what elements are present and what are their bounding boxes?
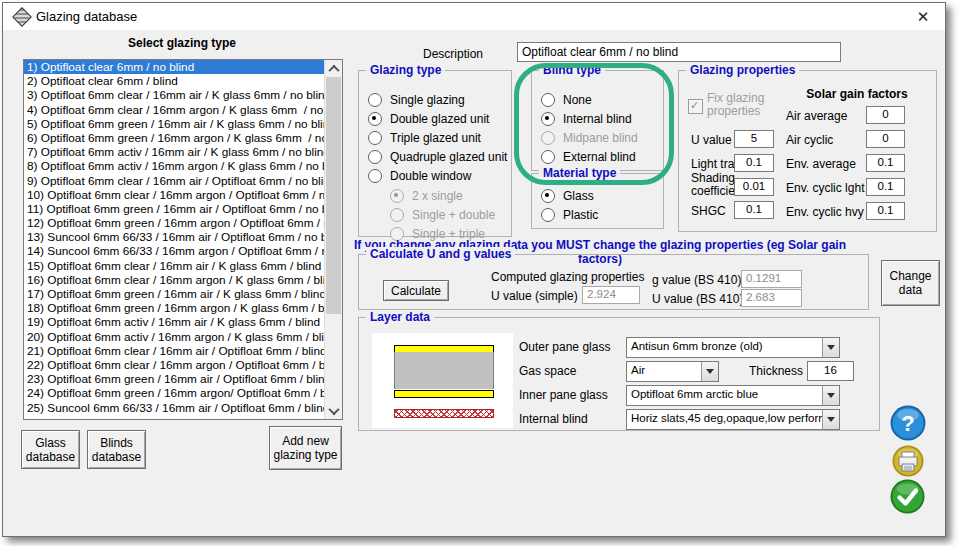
radio-button-icon (368, 112, 382, 126)
radio-midpane-blind: Midpane blind (541, 128, 638, 147)
title-bar[interactable]: Glazing database ✕ (3, 3, 945, 30)
scroll-thumb[interactable] (326, 77, 341, 314)
gas-space-value: Air (627, 362, 701, 381)
radio-label: Midpane blind (563, 131, 638, 145)
list-item[interactable]: 5) Optifloat 6mm green / 16mm air / K gl… (24, 117, 325, 131)
list-item[interactable]: 18) Optifloat 6mm green / 16mm argon / K… (24, 301, 325, 315)
list-item[interactable]: 9) Optifloat 6mm clear / 16mm air / Opti… (24, 174, 325, 188)
inner-pane-glass-dropdown[interactable]: Optifloat 6mm arctic blue (626, 385, 840, 406)
radio-label: Single + double (412, 208, 495, 222)
help-icon[interactable]: ? (889, 404, 927, 442)
dropdown-arrow-button[interactable] (822, 386, 839, 405)
air-average-field[interactable]: 0 (866, 106, 905, 124)
dropdown-arrow-button[interactable] (822, 338, 839, 357)
light-trans-field[interactable]: 0.1 (734, 154, 774, 172)
material-type-options: GlassPlastic (541, 186, 598, 224)
radio-none[interactable]: None (541, 90, 638, 109)
radio-plastic[interactable]: Plastic (541, 205, 598, 224)
radio-2-x-single: 2 x single (390, 186, 495, 205)
radio-triple-glazed-unit[interactable]: Triple glazed unit (368, 128, 507, 147)
thickness-label: Thickness (749, 364, 803, 378)
scroll-up-button[interactable] (325, 60, 342, 77)
radio-label: Single glazing (390, 93, 465, 107)
list-item[interactable]: 21) Optifloat 6mm clear / 16mm air / Opt… (24, 344, 325, 358)
env-cyclic-hvy-field[interactable]: 0.1 (866, 202, 905, 220)
dropdown-arrow-button[interactable] (701, 362, 718, 381)
u-value-field[interactable]: 5 (734, 130, 774, 148)
chevron-up-icon (328, 64, 339, 75)
list-item[interactable]: 11) Optifloat 6mm green / 16mm air / Opt… (24, 202, 325, 216)
calculate-button[interactable]: Calculate (383, 280, 449, 301)
radio-button-icon (541, 208, 555, 222)
list-item[interactable]: 17) Optifloat 6mm green / 16mm air / K g… (24, 287, 325, 301)
radio-button-icon (390, 208, 404, 222)
radio-glass[interactable]: Glass (541, 186, 598, 205)
env-average-label: Env. average (786, 157, 856, 171)
add-new-glazing-type-button[interactable]: Add new glazing type (269, 426, 342, 470)
u-value-label: U value (691, 133, 732, 147)
shgc-field[interactable]: 0.1 (734, 201, 774, 219)
list-item[interactable]: 19) Optifloat 6mm activ / 16mm air / K g… (24, 315, 325, 329)
internal-blind-dropdown[interactable]: Horiz slats,45 deg,opaque,low perform (626, 409, 840, 430)
radio-external-blind[interactable]: External blind (541, 147, 638, 166)
calculate-group-title: Calculate U and g values (366, 247, 515, 261)
layer-diagram (372, 333, 513, 428)
description-input[interactable] (517, 42, 841, 62)
computed-properties-label: Computed glazing properties (491, 270, 644, 284)
fix-glazing-properties-label: Fix glazing properties (707, 92, 779, 118)
glass-database-button[interactable]: Glass database (21, 430, 80, 469)
u-value-bs410-label: U value (BS 410) (652, 292, 743, 306)
list-item[interactable]: 10) Optifloat 6mm clear / 16mm argon / O… (24, 188, 325, 202)
list-item[interactable]: 22) Optifloat 6mm clear / 16mm argon / O… (24, 358, 325, 372)
radio-label: Plastic (563, 208, 598, 222)
outer-pane-glass-value: Antisun 6mm bronze (old) (627, 338, 822, 357)
glazing-type-options: Single glazingDouble glazed unitTriple g… (368, 90, 507, 185)
env-average-field[interactable]: 0.1 (866, 154, 905, 172)
change-data-button[interactable]: Change data (881, 260, 940, 306)
list-item[interactable]: 8) Optifloat 6mm activ / 16mm argon / K … (24, 159, 325, 173)
blinds-database-button[interactable]: Blinds database (87, 430, 146, 469)
list-item[interactable]: 7) Optifloat 6mm activ / 16mm air / K gl… (24, 145, 325, 159)
radio-label: External blind (563, 150, 636, 164)
radio-button-icon (368, 150, 382, 164)
list-item[interactable]: 6) Optifloat 6mm green / 16mm argon / K … (24, 131, 325, 145)
env-cyclic-lght-field[interactable]: 0.1 (866, 178, 905, 196)
u-value-simple-field: 2.924 (582, 286, 640, 304)
radio-button-icon (541, 93, 555, 107)
u-value-simple-label: U value (simple) (491, 289, 578, 303)
list-item[interactable]: 12) Optifloat 6mm green / 16mm argon / O… (24, 216, 325, 230)
list-item[interactable]: 14) Suncool 6mm 66/33 / 16mm argon / Opt… (24, 244, 325, 258)
list-item[interactable]: 15) Optifloat 6mm clear / 16mm air / K g… (24, 259, 325, 273)
radio-label: Double glazed unit (390, 112, 489, 126)
radio-quadruple-glazed-unit[interactable]: Quadruple glazed unit (368, 147, 507, 166)
list-item[interactable]: 23) Optifloat 6mm green / 16mm air / Opt… (24, 372, 325, 386)
air-cyclic-field[interactable]: 0 (866, 130, 905, 148)
thickness-field[interactable]: 16 (807, 361, 854, 381)
g-value-bs410-field: 0.1291 (741, 270, 802, 288)
glazing-database-dialog: Glazing database ✕ Select glazing type 1… (2, 2, 946, 537)
shading-coefficient-field[interactable]: 0.01 (734, 178, 774, 196)
list-item[interactable]: 4) Optifloat 6mm clear / 16mm argon / K … (24, 103, 325, 117)
close-icon[interactable]: ✕ (911, 7, 935, 27)
gas-space-dropdown[interactable]: Air (626, 361, 719, 382)
dropdown-arrow-button[interactable] (822, 410, 839, 429)
list-item[interactable]: 24) Optifloat 6mm green / 16mm argon/ Op… (24, 386, 325, 400)
list-item[interactable]: 2) Optifloat clear 6mm / blind (24, 74, 325, 88)
list-item[interactable]: 16) Optifloat 6mm clear / 16mm argon / K… (24, 273, 325, 287)
radio-double-window[interactable]: Double window (368, 166, 507, 185)
outer-pane-glass-dropdown[interactable]: Antisun 6mm bronze (old) (626, 337, 840, 358)
list-item[interactable]: 1) Optifloat clear 6mm / no blind (24, 60, 325, 74)
glazing-type-listbox[interactable]: 1) Optifloat clear 6mm / no blind2) Opti… (23, 59, 343, 420)
list-item[interactable]: 13) Suncool 6mm 66/33 / 16mm air / Optif… (24, 230, 325, 244)
list-item[interactable]: 20) Optifloat 6mm activ / 16mm argon / K… (24, 330, 325, 344)
print-icon[interactable] (891, 444, 925, 478)
radio-double-glazed-unit[interactable]: Double glazed unit (368, 109, 507, 128)
ok-icon[interactable] (889, 478, 926, 515)
select-glazing-type-label: Select glazing type (23, 36, 341, 50)
list-item[interactable]: 3) Optifloat 6mm clear / 16mm air / K gl… (24, 88, 325, 102)
list-item[interactable]: 25) Suncool 6mm 66/33 / 16mm air / Optif… (24, 401, 325, 415)
scroll-down-button[interactable] (325, 402, 342, 419)
radio-single-glazing[interactable]: Single glazing (368, 90, 507, 109)
radio-internal-blind[interactable]: Internal blind (541, 109, 638, 128)
double-window-sub-options: 2 x singleSingle + doubleSingle + triple (390, 186, 495, 243)
